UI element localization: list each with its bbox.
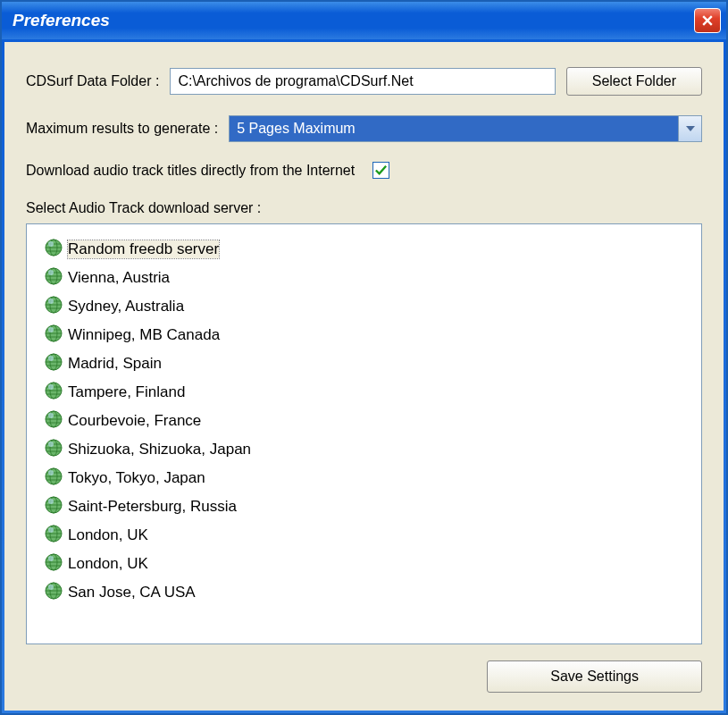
server-item-label: Courbevoie, France (68, 412, 201, 430)
server-item-label: Sydney, Australia (68, 298, 184, 315)
select-folder-button[interactable]: Select Folder (566, 67, 702, 96)
server-item[interactable]: Shizuoka, Shizuoka, Japan (43, 435, 253, 464)
footer: Save Settings (26, 660, 702, 693)
globe-icon (45, 353, 63, 375)
server-item[interactable]: Saint-Petersburg, Russia (43, 492, 253, 521)
server-item-label: Saint-Petersburg, Russia (68, 498, 237, 516)
max-results-label: Maximum results to generate : (26, 121, 218, 137)
data-folder-label: CDSurf Data Folder : (26, 73, 159, 89)
close-icon (702, 12, 713, 30)
globe-icon (45, 324, 63, 347)
preferences-window: Preferences CDSurf Data Folder : Select … (0, 0, 728, 715)
server-item[interactable]: Vienna, Austria (43, 264, 253, 292)
globe-icon (45, 582, 63, 604)
server-item[interactable]: Madrid, Spain (43, 349, 253, 378)
server-item-label: London, UK (68, 555, 148, 573)
svg-point-26 (48, 470, 54, 475)
server-item-label: San Jose, CA USA (68, 584, 196, 601)
server-item-label: London, UK (68, 526, 148, 544)
svg-point-5 (48, 270, 54, 275)
checkmark-icon (374, 164, 388, 177)
svg-point-17 (48, 384, 54, 390)
server-item[interactable]: San Jose, CA USA (43, 578, 253, 607)
globe-icon (45, 553, 63, 576)
max-results-select[interactable]: 5 Pages Maximum (229, 115, 702, 142)
window-title: Preferences (13, 11, 694, 30)
server-item[interactable]: London, UK (43, 550, 253, 578)
server-section-label: Select Audio Track download server : (26, 200, 702, 216)
titlebar: Preferences (2, 2, 726, 39)
server-item[interactable]: Winnipeg, MB Canada (43, 321, 253, 349)
server-item[interactable]: Courbevoie, France (43, 407, 253, 435)
data-folder-input[interactable] (170, 68, 555, 95)
server-item-label: Madrid, Spain (68, 355, 162, 373)
download-titles-label: Download audio track titles directly fro… (26, 163, 355, 179)
globe-icon (45, 467, 63, 490)
svg-point-35 (48, 556, 54, 561)
globe-icon (45, 382, 63, 404)
globe-icon (45, 267, 63, 290)
globe-icon (45, 525, 63, 547)
svg-point-20 (48, 413, 54, 418)
svg-point-11 (48, 327, 54, 332)
server-item[interactable]: Sydney, Australia (43, 292, 253, 321)
svg-point-38 (48, 585, 54, 590)
download-titles-row: Download audio track titles directly fro… (26, 162, 702, 179)
server-item-label: Random freedb server (68, 240, 219, 258)
save-settings-button[interactable]: Save Settings (487, 660, 702, 693)
globe-icon (45, 296, 63, 318)
svg-point-23 (48, 442, 54, 447)
server-item-label: Tampere, Finland (68, 383, 185, 401)
svg-point-2 (48, 241, 54, 247)
server-item-label: Vienna, Austria (68, 269, 170, 287)
max-results-row: Maximum results to generate : 5 Pages Ma… (26, 115, 702, 142)
server-item-label: Shizuoka, Shizuoka, Japan (68, 441, 251, 458)
download-titles-checkbox[interactable] (372, 162, 389, 179)
globe-icon (45, 439, 63, 461)
server-item[interactable]: Tokyo, Tokyo, Japan (43, 464, 253, 492)
server-item[interactable]: London, UK (43, 521, 253, 550)
client-area: CDSurf Data Folder : Select Folder Maxim… (4, 42, 724, 711)
data-folder-row: CDSurf Data Folder : Select Folder (26, 67, 702, 96)
server-item-label: Winnipeg, MB Canada (68, 326, 220, 344)
server-item-label: Tokyo, Tokyo, Japan (68, 469, 205, 487)
svg-point-14 (48, 356, 54, 361)
globe-icon (45, 496, 63, 518)
svg-point-29 (48, 499, 54, 504)
server-item[interactable]: Tampere, Finland (43, 378, 253, 407)
close-button[interactable] (694, 8, 721, 33)
globe-icon (45, 239, 63, 261)
globe-icon (45, 410, 63, 433)
svg-point-32 (48, 527, 54, 533)
server-item[interactable]: Random freedb server (43, 235, 253, 264)
svg-point-8 (48, 299, 54, 304)
max-results-value: 5 Pages Maximum (229, 115, 702, 142)
server-listbox[interactable]: Random freedb server Vienna, Austria Syd… (26, 223, 702, 644)
